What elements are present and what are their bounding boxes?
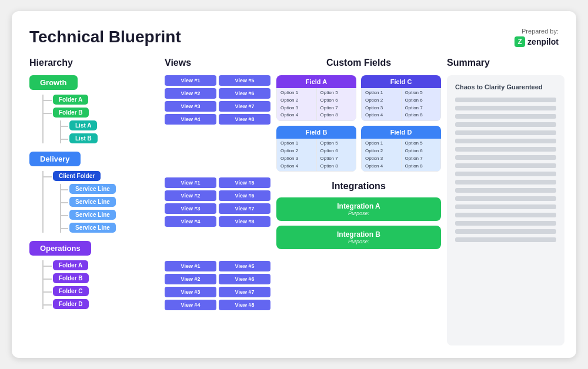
- summary-line: [455, 155, 556, 160]
- view-btn[interactable]: View #4: [165, 216, 216, 227]
- summary-box: Chaos to Clarity Guarenteed: [447, 75, 564, 345]
- list-a: List A: [69, 120, 97, 130]
- integration-b-button[interactable]: Integration B Purpose:: [276, 226, 441, 249]
- field-option: Option 7: [405, 155, 437, 163]
- field-option: Option 7: [320, 155, 353, 163]
- view-btn[interactable]: View #3: [165, 101, 216, 112]
- views-spacer-ops: [165, 244, 270, 261]
- view-btn[interactable]: View #1: [165, 75, 216, 86]
- folder-b-ops: Folder B: [53, 273, 89, 283]
- field-d-right: Option 5 Option 6 Option 7 Option 8: [402, 139, 441, 171]
- integration-a-button[interactable]: Integration A Purpose:: [276, 197, 441, 221]
- field-option: Option 6: [320, 97, 353, 105]
- view-btn[interactable]: View #1: [165, 177, 216, 188]
- field-option: Option 2: [365, 97, 397, 105]
- main-content: Hierarchy Growth Folder A Folder B List …: [29, 58, 559, 328]
- growth-label: Growth: [29, 75, 78, 90]
- view-btn[interactable]: View #5: [219, 261, 270, 271]
- page-container: Technical Blueprint Prepared by: Z zenpi…: [12, 11, 576, 358]
- fields-grid: Field A Option 1 Option 2 Option 3 Optio…: [276, 75, 441, 172]
- service-line-1: Service Line: [69, 184, 116, 194]
- view-btn[interactable]: View #8: [219, 114, 270, 125]
- custom-fields-header: Custom Fields: [276, 58, 441, 68]
- folder-a-growth: Folder A: [53, 95, 88, 105]
- field-c-title: Field C: [361, 75, 441, 88]
- hierarchy-header: Hierarchy: [29, 58, 159, 68]
- view-btn[interactable]: View #5: [219, 177, 270, 188]
- summary-column: Summary Chaos to Clarity Guarenteed: [447, 58, 564, 328]
- field-option: Option 4: [280, 112, 313, 119]
- summary-line: [455, 114, 556, 119]
- view-btn[interactable]: View #6: [219, 88, 270, 99]
- field-d-title: Field D: [361, 126, 441, 139]
- summary-tagline: Chaos to Clarity Guarenteed: [455, 83, 556, 90]
- field-option: Option 6: [405, 147, 437, 155]
- summary-line: [455, 196, 556, 201]
- view-btn[interactable]: View #4: [165, 300, 216, 310]
- views-header: Views: [165, 58, 270, 68]
- delivery-section: Delivery Client Folder Service Line Serv…: [29, 152, 159, 233]
- views-spacer-delivery: [165, 142, 270, 177]
- view-btn[interactable]: View #6: [219, 274, 270, 284]
- field-option: Option 1: [280, 140, 313, 147]
- client-folder: Client Folder: [53, 171, 101, 181]
- view-btn[interactable]: View #7: [219, 101, 270, 112]
- view-btn[interactable]: View #7: [219, 203, 270, 214]
- integrations-section: Integrations Integration A Purpose: Inte…: [276, 181, 441, 249]
- summary-line: [455, 180, 556, 184]
- field-option: Option 8: [320, 163, 353, 170]
- operations-views: View #1 View #5 View #2 View #6 View #3 …: [165, 261, 270, 310]
- list-item: Service Line: [69, 197, 159, 207]
- field-option: Option 3: [365, 105, 397, 112]
- views-column: Views View #1 View #5 View #2 View #6 Vi…: [165, 58, 270, 328]
- page-title: Technical Blueprint: [29, 28, 181, 46]
- view-btn[interactable]: View #8: [219, 216, 270, 227]
- view-btn[interactable]: View #4: [165, 114, 216, 125]
- delivery-views-grid: View #1 View #5 View #2 View #6 View #3 …: [165, 177, 270, 227]
- custom-fields-column: Custom Fields Field A Option 1 Option 2 …: [276, 58, 441, 328]
- integration-a-title: Integration A: [282, 202, 435, 210]
- summary-line: [455, 147, 556, 152]
- field-option: Option 6: [405, 97, 437, 105]
- view-btn[interactable]: View #2: [165, 274, 216, 284]
- growth-views: View #1 View #5 View #2 View #6 View #3 …: [165, 75, 270, 125]
- operations-label: Operations: [29, 241, 91, 256]
- view-btn[interactable]: View #2: [165, 190, 216, 201]
- integration-b-title: Integration B: [282, 230, 435, 239]
- field-option: Option 1: [365, 89, 397, 97]
- view-btn[interactable]: View #8: [219, 300, 270, 310]
- field-option: Option 4: [280, 163, 313, 170]
- zenpilot-icon: Z: [514, 36, 525, 47]
- prepared-by-section: Prepared by: Z zenpilot: [514, 28, 559, 47]
- zenpilot-name: zenpilot: [527, 37, 559, 46]
- summary-line: [455, 98, 556, 102]
- field-b-right: Option 5 Option 6 Option 7 Option 8: [317, 139, 356, 171]
- view-btn[interactable]: View #2: [165, 88, 216, 99]
- view-btn[interactable]: View #1: [165, 261, 216, 271]
- view-btn[interactable]: View #3: [165, 287, 216, 297]
- folder-a-ops: Folder A: [53, 260, 88, 270]
- field-option: Option 3: [365, 155, 397, 163]
- field-b-title: Field B: [276, 126, 356, 139]
- summary-line: [455, 172, 556, 176]
- integration-b-sub: Purpose:: [282, 239, 435, 244]
- growth-section: Growth Folder A Folder B List A List B: [29, 75, 159, 143]
- view-btn[interactable]: View #3: [165, 203, 216, 214]
- field-c-left: Option 1 Option 2 Option 3 Option 4: [362, 88, 401, 120]
- view-btn[interactable]: View #6: [219, 190, 270, 201]
- summary-line: [455, 229, 556, 234]
- field-option: Option 6: [320, 147, 353, 155]
- summary-line: [455, 130, 556, 135]
- operations-tree: Folder A Folder B Folder C Folder D: [42, 260, 159, 309]
- field-option: Option 2: [365, 147, 397, 155]
- field-option: Option 1: [280, 89, 313, 97]
- folder-b-growth: Folder B: [53, 108, 89, 118]
- field-option: Option 5: [320, 140, 353, 147]
- view-btn[interactable]: View #5: [219, 75, 270, 86]
- field-a-left: Option 1 Option 2 Option 3 Option 4: [277, 88, 316, 120]
- list-item: Folder A: [53, 95, 159, 105]
- view-btn[interactable]: View #7: [219, 287, 270, 297]
- delivery-label: Delivery: [29, 152, 81, 166]
- field-option: Option 4: [365, 112, 397, 119]
- list-item: Folder B: [53, 273, 159, 283]
